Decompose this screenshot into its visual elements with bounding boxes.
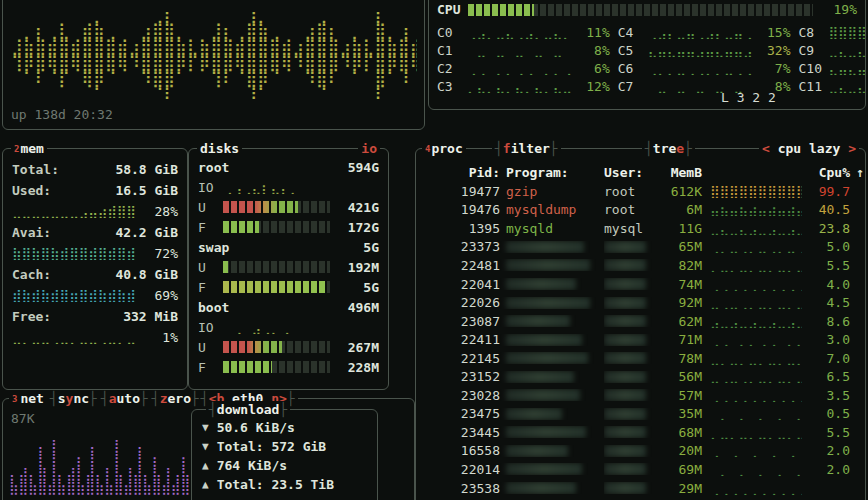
filter-hotkey: f (503, 141, 511, 156)
mem-entry-value: 332 MiB (123, 309, 178, 324)
disk-free-row: F228M (189, 357, 388, 377)
disk-used-value: 421G (335, 200, 379, 215)
net-toggle-sync[interactable]: ┤sync├ (50, 391, 97, 406)
redacted-user (604, 371, 646, 383)
process-user (604, 297, 660, 309)
download-panel: ┤download├ ▼50.6 KiB/s▼Total: 572 GiB▲76… (191, 409, 378, 500)
sort-next-arrow[interactable]: > (848, 141, 856, 156)
right-tick: ├ (89, 391, 97, 406)
process-row[interactable]: 2302857M⢀⢀⢀⢀⢀⢀⢀⢀⢀⢀3.5 (422, 386, 859, 405)
disk-size: 496M (348, 300, 379, 315)
process-cpu-graph: ⣠⣀⣠⣀⣠⣀⣠⣀⣠⣀ (702, 315, 802, 328)
mem-total-value: 58.8 GiB (115, 162, 178, 177)
cpu-core-c3: C3⡀⣄⡀⣄⡀⣄⡀⣄⡀⣄⣀12% (437, 77, 610, 95)
process-pid: 19477 (422, 184, 500, 199)
process-name (500, 426, 604, 438)
process-mem: 29M (660, 481, 702, 496)
process-row[interactable]: 19476mysqldumproot6M⣤⣦⣤⣦⣴⣤⣴⣤⣴⣤40.5 (422, 201, 859, 220)
process-name (500, 315, 604, 327)
cpu-total-row: CPU 19% (437, 2, 857, 17)
disk-size: 5G (363, 240, 379, 255)
redacted-user (604, 352, 646, 364)
core-graph: ⣀⣄⣀⣄⣀⣄⣀⣄⣀⣄⣀ (829, 44, 868, 57)
disk-free-value: 172G (335, 220, 379, 235)
redacted-user (604, 278, 646, 290)
process-user (604, 315, 660, 327)
download-stat-text: 764 KiB/s (217, 458, 287, 473)
memory-box: 2mem Total: 58.8 GiB Used:16.5 GiB⣀⣀⣀⣀⣀⣀… (2, 148, 188, 390)
process-name (500, 352, 604, 364)
process-row[interactable]: 2353829M⢀⢀⢀⢀⢀⢀⢀⢀⢀⢀ (422, 479, 859, 498)
sort-prev-arrow[interactable]: < (762, 141, 770, 156)
tree-button[interactable]: ┤tree├ (642, 140, 695, 157)
left-tick: ┤ (101, 391, 109, 406)
process-pid: 23373 (422, 239, 500, 254)
redacted-program (506, 352, 588, 364)
net-toggle-zero[interactable]: ┤zero├ (152, 391, 199, 406)
process-row[interactable]: 19477gziproot612K⣿⣿⣿⣿⣿⣿⣿⣿⣿⣿99.7 (422, 182, 859, 201)
mem-entry-row: Avai:42.2 GiB (3, 222, 187, 243)
process-user: root (604, 202, 660, 217)
process-cpu-percent: 23.8 (802, 221, 850, 236)
disks-box-title[interactable]: disks (197, 140, 242, 157)
redacted-user (604, 463, 646, 475)
header-user[interactable]: User: (604, 165, 660, 180)
cpu-core-c8: C8⣿⣿⣿⣿⣿⣿⣿⣿⣿⣿⣿82% (799, 23, 868, 41)
mem-entry-graph: ⣾⣷⣾⣷⣾⣿⣶⣿⣾⣷⣾⣷⣾⣿⣶ (12, 289, 136, 302)
tree-label: tre (653, 141, 676, 156)
process-name (500, 482, 604, 494)
process-row[interactable]: 2201469M⠀⡀⠀⡀⠀⡀⠀⡀⠀⡀2.0 (422, 460, 859, 479)
sort-selector[interactable]: < cpu lazy > (759, 140, 859, 157)
process-row[interactable]: 2308762M⣠⣀⣠⣀⣠⣀⣠⣀⣠⣀8.6 (422, 312, 859, 331)
process-row[interactable]: 2347535M⠀⡀⠀⡀⠀⡀⠀⡀⠀⡀0.5 (422, 405, 859, 424)
left-tick: ┤ (50, 391, 58, 406)
cpu-core-c11: C11⣀⣄⣀⣄⣀⣄⣀⣄⣀⣄⣀14% (799, 77, 868, 95)
mem-entry-percent: 69% (136, 288, 178, 303)
core-graph: ⣀⣄⣀⣄⣀⣄⣀⣄⣀⣄⣀ (829, 80, 868, 93)
mem-entry-label: Free: (12, 309, 51, 324)
download-panel-title: ┤download├ (206, 401, 290, 418)
core-percent: 12% (572, 79, 610, 94)
cpu-history-graph: ⠀⠀⠀⠀⠀⠀⠀⡀⠀⠀⠀⠀⢀⡆⠀⠀⠀⠀⠀⠀⢰⡀⠀⠀⠀⠀⢀⠀⠀⠀⠀⡆⠀⠀⠀⠀⢀⠀⠀⠀… (11, 7, 417, 103)
process-cpu-graph: ⣀⡀⣀⡀⣀⡀⣀⡀⣀⡀ (702, 352, 802, 365)
process-pid: 22041 (422, 277, 500, 292)
header-memb[interactable]: MemB (660, 165, 702, 180)
redacted-program (506, 463, 582, 475)
core-label: C3 (437, 79, 467, 94)
mem-entry-percent: 1% (136, 330, 178, 345)
process-row[interactable]: 2337365M⢀⡀⣀⢀⡀⣀⢀⡀⣀⢀5.0 (422, 238, 859, 257)
download-stat-text: Total: 23.5 TiB (217, 477, 334, 492)
net-toggle-auto[interactable]: ┤auto├ (101, 391, 148, 406)
cpu-core-grid: C0⢀⣠⡀⣀⣄⢀⣠⡀⣀⣄⡀11%C4⢀⣠⡄⣀⣤⢀⣠⡄⣀⣤⢀15%C8⣿⣿⣿⣿⣿⣿… (437, 23, 859, 95)
left-tick: ┤ (209, 402, 217, 417)
process-row[interactable]: 2248182M⡀⣀⡀⣀⡀⣀⡀⣀⡀⣀5.5 (422, 256, 859, 275)
filter-button[interactable]: ┤filter├ (492, 140, 561, 157)
tree-hotkey: e (676, 141, 684, 156)
mem-entry-row: Cach:40.8 GiB (3, 264, 187, 285)
process-user (604, 426, 660, 438)
process-cpu-percent: 3.0 (802, 332, 850, 347)
header-pid[interactable]: Pid: (422, 165, 500, 180)
process-cpu-graph: ⡀⣀⡀⣀⡀⣀⡀⣀⡀⣀ (702, 259, 802, 272)
process-row[interactable]: 2204174M⢀⢀⢀⢀⢀⢀⢀⢀⢀⢀4.0 (422, 275, 859, 294)
mem-total-label: Total: (12, 162, 59, 177)
process-row[interactable]: 2214578M⣀⡀⣀⡀⣀⡀⣀⡀⣀⡀7.0 (422, 349, 859, 368)
header-program[interactable]: Program: (500, 165, 604, 180)
core-graph: ⢀⣠⡀⣀⣄⢀⣠⡀⣀⣄⡀ (467, 26, 572, 39)
memory-box-title[interactable]: 2mem (11, 140, 47, 157)
process-row[interactable]: 2344568M⡀⣀⡀⣀⡀⣀⡀⣀⡀⣀5.5 (422, 423, 859, 442)
scroll-up-indicator[interactable]: ↑ (850, 165, 864, 180)
process-pid: 22026 (422, 295, 500, 310)
header-cpu[interactable]: Cpu% (802, 165, 850, 180)
process-name (500, 334, 604, 346)
process-row[interactable]: 2315256M⣀⢀⣀⢀⡀⣀⡀⣀⡀⣀6.5 (422, 367, 859, 386)
toggle-text: ero (168, 391, 191, 406)
disk-io-row: IO⢀⢠⢀⣄⡆⣄⡄⡀ (189, 177, 388, 197)
process-row[interactable]: 1395mysqldmysql11G⣀⣄⣀⣄⣠⣀⣠⣀⣠⣀23.8 (422, 219, 859, 238)
process-row[interactable]: 2241171M⢀⢀⠀⡀⡀⢀⢀⠀⡀⡀3.0 (422, 330, 859, 349)
process-row[interactable]: 2202692M⣀⢀⣀⢀⡀⣀⡀⣀⡀⣀4.5 (422, 293, 859, 312)
process-cpu-percent: 5.0 (802, 239, 850, 254)
io-mode-toggle[interactable]: io (358, 140, 380, 157)
process-pid: 22145 (422, 351, 500, 366)
process-row[interactable]: 1655820M⢀⠀⢀⠀⢀⠀⢀⠀⢀⠀2.0 (422, 442, 859, 461)
